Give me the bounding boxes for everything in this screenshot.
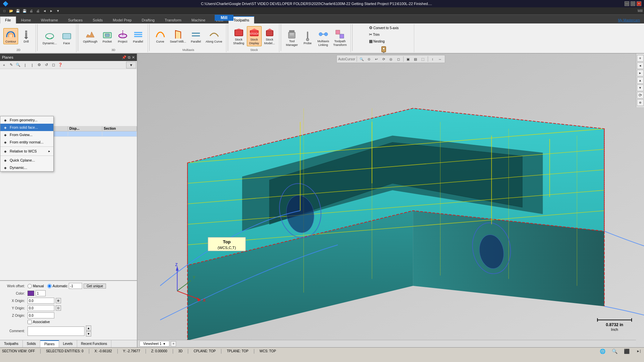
qa-save[interactable]: 💾 (15, 8, 21, 14)
qa-redo[interactable]: ► (48, 8, 54, 14)
panel-float-icon[interactable]: ⧉ (128, 55, 130, 60)
parallel-button[interactable]: Parallel (131, 28, 146, 45)
along-curve-button[interactable]: Along Curve (204, 28, 224, 45)
qa-undo[interactable]: ◄ (42, 8, 48, 14)
comment-input[interactable] (28, 326, 85, 336)
add-plane-dropdown-btn[interactable]: ▼ (126, 62, 136, 68)
contour-button[interactable]: Contour (3, 28, 18, 45)
qa-print2[interactable]: 🖨 (35, 8, 41, 14)
viewsheet-tab[interactable]: Viewsheet 1 ▼ (140, 341, 169, 347)
automatic-radio-label[interactable]: Automatic (47, 284, 67, 288)
vp-btn7[interactable]: ▣ (405, 56, 412, 62)
tab-wireframe[interactable]: Wireframe (36, 16, 63, 23)
trim-button[interactable]: ✂ Trim (368, 32, 400, 38)
close-button[interactable]: ✕ (637, 1, 641, 6)
optirough-button[interactable]: OptiRough (82, 28, 99, 45)
comment-up-btn[interactable]: ▲ (86, 325, 91, 331)
associative-checkbox[interactable] (28, 320, 32, 324)
tab-drafting[interactable]: Drafting (137, 16, 160, 23)
vp-btn11[interactable]: ↔ (437, 56, 443, 62)
parallel2-button[interactable]: Parallel (189, 28, 203, 45)
tab-solids[interactable]: Solids (88, 16, 108, 23)
y-origin-pick-button[interactable]: ⊙ (56, 305, 61, 311)
manual-radio[interactable] (28, 284, 32, 288)
qa-print[interactable]: 🖨 (28, 8, 34, 14)
status-zoom-icon[interactable]: 🔍 (611, 348, 618, 355)
comment-down-btn[interactable]: ▼ (86, 331, 91, 337)
status-globe-icon[interactable]: 🌐 (599, 348, 606, 355)
vp-btn8[interactable]: ▤ (412, 56, 419, 62)
dropdown-quick-cplane[interactable]: ◈ Quick Cplane... (0, 157, 53, 164)
associative-checkbox-label[interactable]: Associative (28, 320, 50, 324)
view-btn[interactable]: ◻ (50, 62, 57, 68)
qa-open[interactable]: 📂 (8, 8, 14, 14)
vp-btn1[interactable]: 🔍 (358, 56, 365, 62)
re-btn-4[interactable]: ▼ (637, 84, 644, 91)
dynamic-button[interactable]: Dynamic... (41, 30, 59, 46)
dropdown-dynamic[interactable]: ◈ Dynamic... (0, 164, 53, 171)
qa-save2[interactable]: 💾 (21, 8, 28, 14)
tool-manager-button[interactable]: ToolManager (284, 28, 300, 48)
tab-levels[interactable]: Levels (59, 340, 77, 347)
tab-recent-functions[interactable]: Recent Functions (77, 340, 112, 347)
color-swatch[interactable] (28, 291, 34, 296)
dropdown-from-geometry[interactable]: ◈ From geometry... (0, 116, 53, 124)
drill-button[interactable]: Drill (19, 28, 34, 45)
x-origin-input[interactable] (28, 298, 54, 304)
x-origin-pick-button[interactable]: ⊕ (56, 298, 61, 303)
my-mastercam-link[interactable]: My Mastercam (614, 17, 644, 23)
stock-shading-button[interactable]: StockShading (231, 26, 246, 46)
probe-button[interactable]: Probe (300, 30, 315, 46)
tab-solids[interactable]: Solids (23, 340, 40, 347)
color-input[interactable] (36, 290, 46, 296)
add-plane-button[interactable]: + (1, 62, 7, 68)
settings-btn[interactable]: ⚙ (36, 62, 43, 68)
check-holder-button[interactable]: CheckHolder (375, 44, 392, 54)
minimize-button[interactable]: — (625, 1, 629, 6)
work-offset-input[interactable] (69, 283, 82, 289)
toolpath-transform-button[interactable]: ToolpathTransform (331, 28, 348, 48)
vp-btn4[interactable]: ⟳ (380, 56, 387, 62)
tab-transform[interactable]: Transform (160, 16, 186, 23)
tab-machine[interactable]: Machine (186, 16, 211, 23)
face-button[interactable]: Face (59, 30, 74, 46)
stock-model-button[interactable]: StockModel... (262, 26, 277, 46)
vp-btn5[interactable]: ◎ (388, 56, 394, 62)
tab-home[interactable]: Home (16, 16, 36, 23)
vp-btn2[interactable]: ⊙ (366, 56, 372, 62)
dropdown-from-entity-normal[interactable]: ◈ From entity normal... (0, 138, 53, 146)
re-btn-6[interactable]: ⊕ (637, 99, 644, 106)
project-button[interactable]: Project (115, 28, 130, 45)
reset-btn[interactable]: ↺ (43, 62, 50, 68)
manual-radio-label[interactable]: Manual (28, 284, 44, 288)
vp-btn6[interactable]: ◻ (395, 56, 402, 62)
help-btn[interactable]: ❓ (57, 62, 64, 68)
multiaxis-linking-button[interactable]: MultiaxisLinking (316, 28, 331, 48)
re-btn-5[interactable]: ⟳ (637, 92, 644, 99)
stock-display-button[interactable]: STOCK StockDisplay (247, 26, 262, 46)
dropdown-from-solid-face[interactable]: ◈ From solid face... (0, 124, 53, 131)
tab-toolpaths[interactable]: Toolpaths (0, 340, 23, 347)
curve-button[interactable]: Curve (153, 28, 168, 45)
panel-pin-icon[interactable]: 📌 (122, 55, 126, 60)
search-plane-button[interactable]: 🔍 (15, 62, 21, 68)
convert-5axis-button[interactable]: ⚙ Convert to 5-axis (368, 25, 400, 31)
tab-model-prep[interactable]: Model Prep (108, 16, 137, 23)
re-btn-plus[interactable]: + (637, 55, 644, 62)
automatic-radio[interactable] (47, 284, 52, 288)
viewsheet-add-btn[interactable]: + (171, 341, 176, 347)
re-btn-2[interactable]: ► (637, 70, 644, 76)
nesting-button[interactable]: ▦ Nesting (368, 38, 400, 44)
panel-close-icon[interactable]: ✕ (132, 55, 135, 60)
edit-plane-button[interactable]: ✎ (8, 62, 14, 68)
maximize-button[interactable]: □ (631, 1, 635, 6)
re-btn-1[interactable]: ◄ (637, 62, 644, 69)
dropdown-from-gview[interactable]: ◈ From Gview... (0, 131, 53, 138)
status-color-icon[interactable]: ⬛ (623, 348, 630, 355)
pocket-button[interactable]: Pocket (100, 28, 115, 45)
viewsheet-dropdown-icon[interactable]: ▼ (163, 342, 166, 346)
tab-surfaces[interactable]: Surfaces (63, 16, 88, 23)
tab-planes[interactable]: Planes (40, 340, 59, 347)
qa-new[interactable]: □ (1, 8, 7, 14)
vp-btn3[interactable]: ↩ (373, 56, 380, 62)
